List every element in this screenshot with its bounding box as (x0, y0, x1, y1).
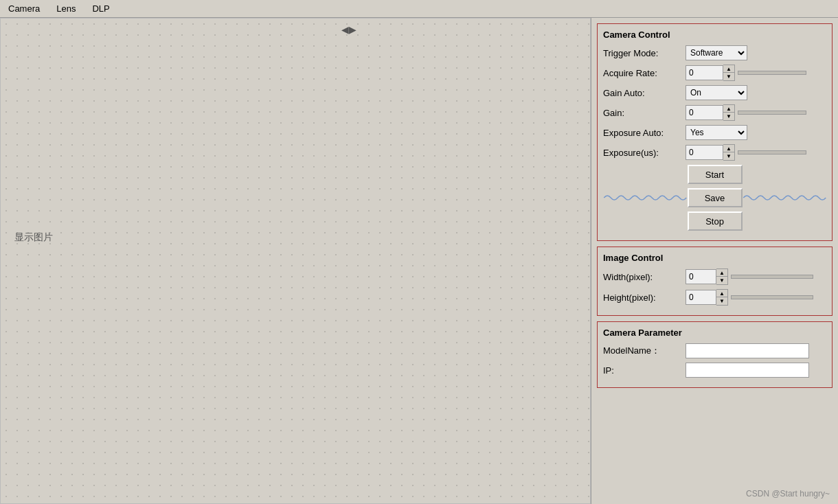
camera-control-title: Camera Control (603, 30, 826, 40)
menubar: Camera Lens DLP (0, 0, 838, 18)
width-input[interactable] (686, 269, 716, 284)
watermark: CSDN @Start hungry~ (746, 489, 830, 499)
acquire-rate-input-area: ▲ ▼ (686, 65, 826, 81)
exposure-input[interactable] (686, 145, 723, 160)
ip-input[interactable] (686, 363, 809, 378)
acquire-rate-slider[interactable] (738, 71, 806, 75)
model-name-label: ModelName： (603, 345, 686, 357)
acquire-rate-row: Acquire Rate: ▲ ▼ (603, 65, 826, 81)
height-spinner: ▲ ▼ (686, 289, 728, 306)
exposure-spinner-buttons: ▲ ▼ (723, 144, 735, 161)
camera-parameter-section: Camera Parameter ModelName： IP: (597, 321, 833, 388)
acquire-rate-label: Acquire Rate: (603, 68, 686, 78)
save-row: Save (603, 188, 826, 207)
trigger-mode-input-area: Software Hardware Free Run (686, 45, 826, 60)
acquire-rate-up[interactable]: ▲ (723, 65, 734, 73)
gain-down[interactable]: ▼ (723, 113, 734, 120)
gain-label: Gain: (603, 108, 686, 118)
exposure-input-area: ▲ ▼ (686, 144, 826, 161)
wavy-left (603, 194, 688, 202)
acquire-rate-spinner: ▲ ▼ (686, 65, 735, 81)
main-layout: 显示图片 ◀▶ Camera Control Trigger Mode: Sof… (0, 18, 838, 504)
exposure-label: Exposure(us): (603, 148, 686, 158)
height-row: Height(pixel): ▲ ▼ (603, 289, 826, 306)
width-slider[interactable] (731, 275, 813, 279)
gain-input-area: ▲ ▼ (686, 104, 826, 121)
exposure-down[interactable]: ▼ (723, 152, 734, 160)
menu-lens[interactable]: Lens (54, 2, 78, 15)
gain-slider[interactable] (738, 111, 806, 115)
gain-spinner-buttons: ▲ ▼ (723, 104, 735, 121)
exposure-slider[interactable] (738, 150, 806, 154)
acquire-rate-down[interactable]: ▼ (723, 73, 734, 80)
stop-button[interactable]: Stop (688, 211, 743, 231)
model-name-row: ModelName： (603, 343, 826, 358)
gain-row: Gain: ▲ ▼ (603, 104, 826, 121)
height-input[interactable] (686, 290, 716, 305)
exposure-spinner: ▲ ▼ (686, 144, 735, 161)
gain-spinner: ▲ ▼ (686, 104, 735, 121)
gain-auto-label: Gain Auto: (603, 88, 686, 98)
width-down[interactable]: ▼ (716, 277, 727, 284)
height-spinner-buttons: ▲ ▼ (716, 289, 728, 306)
image-control-section: Image Control Width(pixel): ▲ ▼ (597, 247, 833, 316)
image-control-title: Image Control (603, 253, 826, 263)
width-label: Width(pixel): (603, 272, 686, 282)
gain-up[interactable]: ▲ (723, 105, 734, 113)
ip-row: IP: (603, 363, 826, 378)
height-label: Height(pixel): (603, 293, 686, 303)
gain-input[interactable] (686, 105, 723, 120)
canvas-area: 显示图片 ◀▶ (0, 18, 591, 504)
exposure-auto-label: Exposure Auto: (603, 128, 686, 138)
exposure-row: Exposure(us): ▲ ▼ (603, 144, 826, 161)
collapse-arrow-icon[interactable]: ◀▶ (341, 24, 356, 35)
width-input-area: ▲ ▼ (686, 268, 826, 285)
trigger-mode-label: Trigger Mode: (603, 48, 686, 58)
acquire-rate-input[interactable] (686, 65, 723, 80)
gain-auto-select[interactable]: On Off (686, 85, 747, 100)
exposure-auto-select[interactable]: Yes No (686, 125, 747, 140)
width-up[interactable]: ▲ (716, 269, 727, 277)
display-text: 显示图片 (14, 231, 53, 244)
menu-camera[interactable]: Camera (5, 2, 43, 15)
height-up[interactable]: ▲ (716, 290, 727, 297)
wavy-right (743, 194, 827, 202)
start-button[interactable]: Start (688, 165, 743, 184)
height-down[interactable]: ▼ (716, 297, 727, 305)
right-panel: Camera Control Trigger Mode: Software Ha… (591, 18, 838, 504)
stop-btn-row: Stop (603, 211, 826, 231)
exposure-up[interactable]: ▲ (723, 145, 734, 152)
width-spinner-buttons: ▲ ▼ (716, 268, 728, 285)
width-spinner: ▲ ▼ (686, 268, 728, 285)
save-button[interactable]: Save (688, 188, 743, 207)
width-row: Width(pixel): ▲ ▼ (603, 268, 826, 285)
model-name-input[interactable] (686, 343, 809, 358)
start-btn-row: Start (603, 165, 826, 184)
camera-parameter-title: Camera Parameter (603, 328, 826, 338)
height-slider[interactable] (731, 295, 813, 299)
camera-control-section: Camera Control Trigger Mode: Software Ha… (597, 23, 833, 241)
height-input-area: ▲ ▼ (686, 289, 826, 306)
exposure-auto-input-area: Yes No (686, 125, 826, 140)
trigger-mode-row: Trigger Mode: Software Hardware Free Run (603, 45, 826, 60)
ip-label: IP: (603, 365, 686, 376)
menu-dlp[interactable]: DLP (89, 2, 112, 15)
trigger-mode-select[interactable]: Software Hardware Free Run (686, 45, 747, 60)
exposure-auto-row: Exposure Auto: Yes No (603, 125, 826, 140)
gain-auto-row: Gain Auto: On Off (603, 85, 826, 100)
gain-auto-input-area: On Off (686, 85, 826, 100)
acquire-rate-spinner-buttons: ▲ ▼ (723, 65, 735, 81)
